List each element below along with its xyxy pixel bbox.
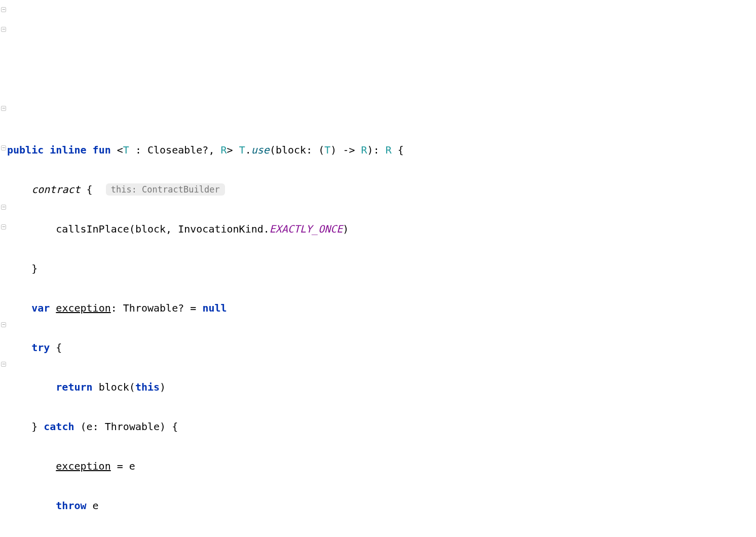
keyword-try: try — [31, 341, 50, 354]
code-line[interactable]: try { — [7, 338, 756, 358]
type-param-R: R — [221, 144, 227, 156]
keyword-this: this — [135, 381, 160, 393]
fold-marker-icon[interactable] — [1, 145, 6, 150]
keyword-catch: catch — [44, 420, 74, 433]
keyword-fun: fun — [93, 144, 111, 156]
fold-marker-icon[interactable] — [1, 362, 6, 367]
call-contract: contract — [31, 183, 80, 196]
fold-marker-icon[interactable] — [1, 224, 6, 229]
keyword-inline: inline — [50, 144, 86, 156]
editor-gutter — [0, 0, 7, 537]
code-line[interactable]: public inline fun <T : Closeable?, R> T.… — [7, 140, 756, 160]
enum-exactly-once: EXACTLY_ONCE — [270, 223, 343, 235]
fold-marker-icon[interactable] — [1, 106, 6, 111]
code-line[interactable]: callsInPlace(block, InvocationKind.EXACT… — [7, 219, 756, 239]
call-callsInPlace: callsInPlace — [56, 223, 129, 235]
type-param-T: T — [123, 144, 129, 156]
keyword-public: public — [7, 144, 44, 156]
keyword-return: return — [56, 381, 92, 393]
code-line[interactable]: contract { this: ContractBuilder — [7, 180, 756, 200]
inlay-hint[interactable]: this: ContractBuilder — [106, 183, 225, 196]
var-exception: exception — [56, 302, 110, 314]
type-closeable: Closeable? — [147, 144, 208, 156]
code-line[interactable]: var exception: Throwable? = null — [7, 298, 756, 318]
code-line[interactable]: exception = e — [7, 456, 756, 476]
fold-marker-icon[interactable] — [1, 7, 6, 12]
code-editor-content[interactable]: public inline fun <T : Closeable?, R> T.… — [7, 121, 756, 537]
code-line[interactable]: throw e — [7, 496, 756, 516]
keyword-throw: throw — [56, 500, 86, 512]
fold-marker-icon[interactable] — [1, 322, 6, 327]
code-line[interactable]: } catch (e: Throwable) { — [7, 417, 756, 437]
keyword-var: var — [31, 302, 50, 314]
fold-marker-icon[interactable] — [1, 27, 6, 32]
function-name-use: use — [251, 144, 270, 156]
code-line[interactable]: } — [7, 259, 756, 279]
code-line[interactable]: return block(this) — [7, 377, 756, 397]
fold-marker-icon[interactable] — [1, 205, 6, 210]
